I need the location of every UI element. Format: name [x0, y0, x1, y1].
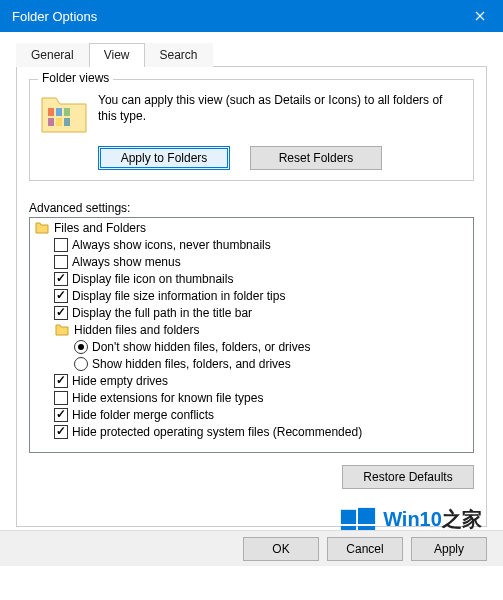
tree-item-label: Display the full path in the title bar — [72, 306, 252, 320]
svg-rect-0 — [48, 108, 54, 116]
tree-item-label: Always show icons, never thumbnails — [72, 238, 271, 252]
tree-item: Hidden files and folders — [30, 321, 473, 338]
tree-item[interactable]: Hide empty drives — [30, 372, 473, 389]
folder-views-description: You can apply this view (such as Details… — [98, 92, 463, 124]
svg-rect-5 — [64, 118, 70, 126]
tree-item[interactable]: Don't show hidden files, folders, or dri… — [30, 338, 473, 355]
tree-item-label: Display file size information in folder … — [72, 289, 285, 303]
tab-panel-view: Folder views You can apply this view (su… — [16, 67, 487, 527]
tree-item-label: Hide empty drives — [72, 374, 168, 388]
checkbox-icon — [54, 391, 68, 405]
tree-item-label: Show hidden files, folders, and drives — [92, 357, 291, 371]
tree-group-label: Files and Folders — [54, 221, 146, 235]
apply-to-folders-button[interactable]: Apply to Folders — [98, 146, 230, 170]
tab-search[interactable]: Search — [145, 43, 213, 67]
advanced-settings-label: Advanced settings: — [29, 201, 474, 215]
tree-item-label: Don't show hidden files, folders, or dri… — [92, 340, 310, 354]
tree-item-label: Hidden files and folders — [74, 323, 199, 337]
tree-item[interactable]: Hide extensions for known file types — [30, 389, 473, 406]
checkbox-icon — [54, 272, 68, 286]
checkbox-icon — [54, 408, 68, 422]
checkbox-icon — [54, 238, 68, 252]
dialog-content: General View Search Folder views — [0, 32, 503, 527]
reset-folders-button[interactable]: Reset Folders — [250, 146, 382, 170]
window-title: Folder Options — [12, 9, 457, 24]
tree-item-label: Hide folder merge conflicts — [72, 408, 214, 422]
close-icon — [475, 11, 485, 21]
folder-icon — [54, 323, 70, 337]
tree-item[interactable]: Display file icon on thumbnails — [30, 270, 473, 287]
folder-icon — [34, 221, 50, 235]
tree-item[interactable]: Hide folder merge conflicts — [30, 406, 473, 423]
tree-item[interactable]: Always show menus — [30, 253, 473, 270]
ok-button[interactable]: OK — [243, 537, 319, 561]
svg-rect-1 — [56, 108, 62, 116]
dialog-button-bar: OK Cancel Apply — [0, 530, 503, 566]
folder-views-icon — [40, 92, 88, 136]
radio-icon — [74, 357, 88, 371]
tree-item[interactable]: Show hidden files, folders, and drives — [30, 355, 473, 372]
tree-item-label: Hide protected operating system files (R… — [72, 425, 362, 439]
advanced-settings-tree[interactable]: Files and Folders Always show icons, nev… — [29, 217, 474, 453]
checkbox-icon — [54, 289, 68, 303]
checkbox-icon — [54, 306, 68, 320]
tree-item-label: Display file icon on thumbnails — [72, 272, 233, 286]
checkbox-icon — [54, 255, 68, 269]
title-bar: Folder Options — [0, 0, 503, 32]
restore-defaults-button[interactable]: Restore Defaults — [342, 465, 474, 489]
tree-item[interactable]: Display file size information in folder … — [30, 287, 473, 304]
tab-strip: General View Search — [16, 42, 487, 67]
checkbox-icon — [54, 374, 68, 388]
apply-button[interactable]: Apply — [411, 537, 487, 561]
tree-item-label: Hide extensions for known file types — [72, 391, 263, 405]
folder-views-label: Folder views — [38, 71, 113, 85]
close-button[interactable] — [457, 0, 503, 32]
tree-item[interactable]: Display the full path in the title bar — [30, 304, 473, 321]
tree-group-files-folders: Files and Folders — [30, 219, 473, 236]
svg-rect-3 — [48, 118, 54, 126]
cancel-button[interactable]: Cancel — [327, 537, 403, 561]
tree-item[interactable]: Always show icons, never thumbnails — [30, 236, 473, 253]
radio-icon — [74, 340, 88, 354]
svg-rect-2 — [64, 108, 70, 116]
checkbox-icon — [54, 425, 68, 439]
svg-rect-4 — [56, 118, 62, 126]
tree-item-label: Always show menus — [72, 255, 181, 269]
tab-general[interactable]: General — [16, 43, 89, 67]
tree-item[interactable]: Hide protected operating system files (R… — [30, 423, 473, 440]
tab-view[interactable]: View — [89, 43, 145, 67]
folder-views-group: Folder views You can apply this view (su… — [29, 79, 474, 181]
